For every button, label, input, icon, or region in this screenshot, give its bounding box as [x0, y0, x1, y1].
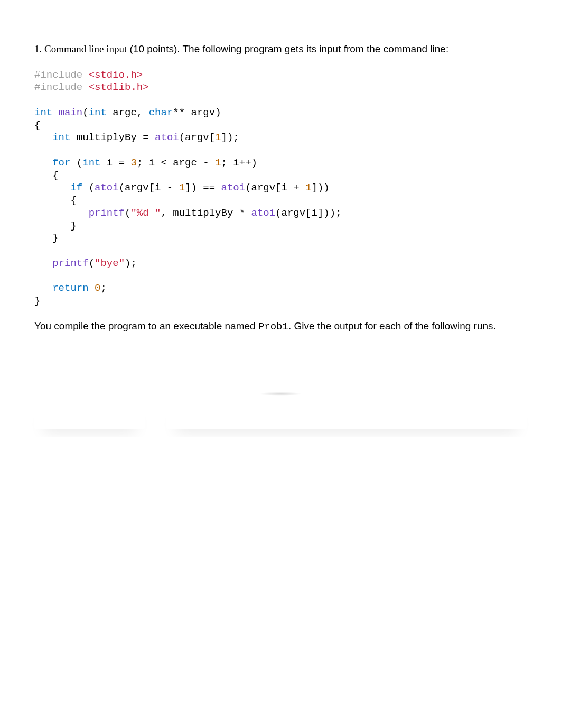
code-token: ): [215, 107, 221, 118]
code-token: int: [34, 107, 52, 118]
code-token: for: [52, 157, 70, 169]
code-token: atoi: [251, 207, 276, 219]
code-token: #include: [34, 81, 82, 93]
after-code-text: You compile the program to an executable…: [34, 319, 527, 334]
code-token: printf: [89, 207, 125, 219]
code-token: [107, 107, 113, 118]
hidden-cell-left: [34, 397, 145, 429]
code-token: ; i < argc -: [137, 157, 215, 169]
code-token: 0: [95, 282, 100, 294]
code-token: (: [89, 257, 95, 269]
code-token: [34, 207, 89, 219]
code-token: 1: [305, 182, 311, 193]
code-token: multiplyBy =: [77, 132, 155, 143]
code-token: ;: [100, 282, 106, 294]
code-token: (: [82, 182, 95, 193]
code-token: (argv[: [179, 132, 215, 143]
code-token: ; i++): [221, 157, 257, 169]
code-token: printf: [52, 257, 88, 269]
code-token: (: [82, 107, 88, 118]
code-token: 1: [215, 157, 221, 169]
code-token: ,: [137, 107, 149, 118]
question-header: 1. Command line input (10 points). The f…: [34, 42, 527, 57]
code-token: if: [70, 182, 82, 193]
code-token: #include: [34, 69, 82, 81]
code-token: [34, 282, 52, 294]
after-part1: You compile the program to an executable…: [34, 320, 258, 331]
code-token: **: [173, 107, 191, 118]
code-token: }: [34, 220, 77, 232]
question-title: Command line input: [44, 43, 127, 54]
code-token: (argv[i -: [119, 182, 179, 193]
code-token: }: [34, 295, 40, 307]
code-token: ]);: [221, 132, 239, 143]
code-token: {: [34, 119, 40, 131]
code-token: atoi: [155, 132, 179, 143]
code-token: , multiplyBy *: [161, 207, 251, 219]
question-tail: (10 points). The following program gets …: [127, 43, 448, 54]
code-token: ]) ==: [185, 182, 221, 193]
code-token: (: [70, 157, 82, 169]
code-token: );: [125, 257, 137, 269]
code-token: [89, 282, 95, 294]
code-token: <stdlib.h>: [89, 81, 149, 93]
code-token: ])): [312, 182, 330, 193]
code-token: [52, 107, 58, 118]
code-token: int: [89, 107, 107, 118]
code-token: main: [59, 107, 83, 118]
code-token: }: [34, 232, 59, 244]
code-token: return: [52, 282, 88, 294]
code-token: <stdio.h>: [89, 69, 143, 81]
code-token: "bye": [95, 257, 125, 269]
code-token: int: [52, 132, 70, 143]
code-token: 3: [130, 157, 136, 169]
code-token: [34, 157, 52, 169]
code-token: atoi: [221, 182, 246, 193]
code-token: atoi: [95, 182, 119, 193]
code-token: (argv[i]));: [275, 207, 341, 219]
code-token: [82, 69, 88, 81]
code-token: char: [149, 107, 173, 118]
code-token: argc: [113, 107, 137, 118]
code-token: (argv[i +: [245, 182, 305, 193]
code-token: 1: [179, 182, 185, 193]
page-handle-icon: [259, 392, 302, 396]
question-number: 1.: [34, 43, 42, 54]
code-token: i =: [100, 157, 130, 169]
code-token: 1: [215, 132, 221, 143]
code-token: int: [82, 157, 100, 169]
after-part2: . Give the output for each of the follow…: [288, 320, 496, 331]
code-token: "%d ": [130, 207, 161, 219]
code-token: [82, 81, 88, 93]
code-token: [34, 257, 52, 269]
hidden-answer-area: [34, 397, 527, 437]
code-block: #include <stdio.h> #include <stdlib.h> i…: [34, 69, 527, 308]
code-token: {: [34, 170, 59, 181]
executable-name: Prob1: [258, 321, 288, 333]
code-token: (: [125, 207, 130, 219]
code-token: [34, 132, 52, 143]
code-token: argv: [191, 107, 216, 118]
code-token: {: [34, 195, 77, 206]
hidden-cell-right: [166, 397, 527, 429]
code-token: [34, 182, 70, 193]
code-token: [70, 132, 76, 143]
